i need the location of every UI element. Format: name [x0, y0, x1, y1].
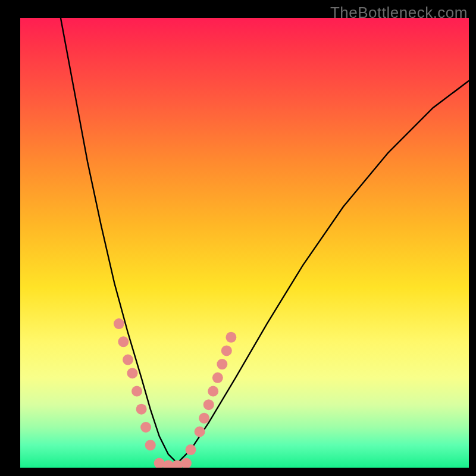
marker-dots [114, 318, 237, 468]
marker-dot [226, 332, 236, 343]
marker-dot [199, 413, 209, 424]
marker-dot [221, 345, 232, 356]
marker-dot [186, 444, 196, 455]
marker-dot [118, 336, 129, 347]
marker-dot [136, 404, 147, 415]
marker-dot [131, 386, 142, 397]
marker-dot [123, 355, 133, 365]
bottleneck-curve [61, 18, 469, 463]
chart-frame: TheBottleneck.com [0, 0, 476, 476]
marker-dot [203, 399, 214, 410]
marker-dot [212, 372, 223, 383]
marker-dot [145, 440, 156, 450]
marker-dot [140, 422, 151, 433]
marker-dot [127, 368, 138, 378]
curve-layer [20, 18, 469, 468]
marker-dot [114, 318, 124, 329]
marker-dot [208, 386, 218, 397]
marker-dot [217, 359, 227, 369]
plot-area [20, 18, 469, 468]
marker-dot [195, 427, 205, 437]
marker-dot [181, 458, 192, 468]
watermark-text: TheBottleneck.com [330, 4, 468, 22]
